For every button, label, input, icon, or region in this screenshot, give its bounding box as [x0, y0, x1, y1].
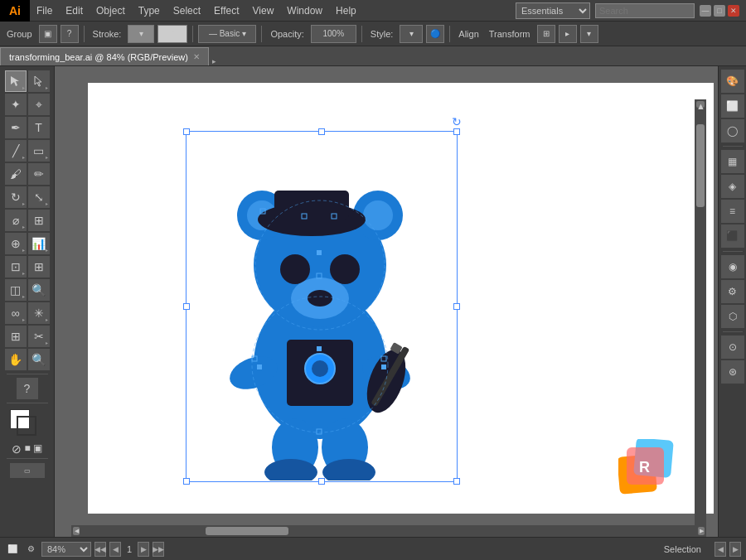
opacity-value-btn[interactable]: 100% [311, 25, 356, 43]
status-options-icon[interactable]: ⚙ [23, 542, 38, 557]
gradient-icon[interactable]: ▣ [33, 442, 42, 456]
menu-view[interactable]: View [246, 2, 281, 19]
slice-tool[interactable]: ✂▸ [28, 326, 50, 347]
rp-btn-appearance[interactable]: ⊙ [721, 336, 744, 359]
mesh-tool[interactable]: ⊞ [28, 256, 50, 278]
rp-btn-graphic-styles[interactable]: ⊛ [721, 360, 744, 384]
rp-btn-stroke[interactable]: ≡ [721, 200, 744, 223]
symbol-sprayer-tool[interactable]: ✳▸ [28, 302, 50, 324]
minimize-button[interactable]: — [700, 5, 711, 17]
tab-close-icon[interactable]: ✕ [193, 52, 200, 61]
status-nav-1[interactable]: ◀ [715, 542, 726, 557]
hscroll-right-btn[interactable]: ▶ [698, 527, 705, 535]
help-btn[interactable]: ? [17, 378, 38, 399]
change-screen-mode[interactable]: ▭ [10, 463, 45, 478]
menu-type[interactable]: Type [132, 2, 167, 19]
tool-row-7: ⌀▸ ⊞ [2, 210, 52, 231]
rotate-tool[interactable]: ↻▸ [5, 186, 27, 208]
menu-edit[interactable]: Edit [59, 2, 90, 19]
tool-row-12: ⊞ ✂▸ [2, 326, 52, 347]
nav-last-btn[interactable]: ▶▶ [153, 542, 164, 557]
svg-point-46 [308, 290, 332, 307]
artboard-icon[interactable]: ⬜ [5, 542, 20, 557]
tab-file[interactable]: transforming_bear.ai @ 84% (RGB/Preview)… [0, 47, 209, 65]
hscroll-thumb[interactable] [206, 527, 288, 535]
tab-expand-icon[interactable]: ▸ [212, 57, 216, 65]
group-opt-btn[interactable]: ? [61, 25, 79, 43]
rect-tool[interactable]: ▭▸ [28, 140, 50, 162]
zoom-select[interactable]: 84% [41, 542, 91, 557]
tab-bar: transforming_bear.ai @ 84% (RGB/Preview)… [0, 46, 746, 66]
rp-btn-align[interactable]: ▦ [721, 150, 744, 173]
perspective-tool[interactable]: ⊡▸ [5, 256, 27, 278]
lasso-tool[interactable]: ⌖ [28, 94, 50, 115]
selection-tool[interactable]: ▸ [5, 70, 27, 92]
nav-first-btn[interactable]: ◀◀ [94, 542, 106, 557]
stroke-color-btn[interactable]: ▾ [128, 25, 154, 43]
search-input[interactable] [595, 3, 695, 18]
rp-btn-color[interactable]: ◉ [721, 255, 744, 278]
menu-file[interactable]: File [30, 2, 59, 19]
paintbrush-tool[interactable]: 🖌 [5, 163, 27, 185]
menu-object[interactable]: Object [90, 2, 132, 19]
warp-tool[interactable]: ⌀▸ [5, 210, 27, 231]
hand-tool[interactable]: ✋ [5, 349, 27, 370]
style-swatch-btn[interactable]: ▾ [400, 25, 423, 43]
stroke-swatch[interactable]: ▾ [157, 25, 187, 43]
overlay-badge: R [618, 439, 685, 505]
pencil-tool[interactable]: ✏ [28, 163, 50, 185]
blend-tool[interactable]: ∞▸ [5, 302, 27, 324]
menu-help[interactable]: Help [329, 2, 363, 19]
menu-select[interactable]: Select [167, 2, 207, 19]
type-tool[interactable]: T [28, 117, 50, 138]
eyedropper-tool[interactable]: 🔍 [28, 279, 50, 301]
scale-tool[interactable]: ⤡▸ [28, 186, 50, 208]
magic-wand-tool[interactable]: ✦ [5, 94, 27, 115]
rp-btn-artboards[interactable]: ⬜ [721, 94, 744, 118]
stroke-box[interactable] [17, 416, 36, 436]
rp-btn-transform[interactable]: ◯ [721, 119, 744, 142]
arrange-btn[interactable]: ▾ [580, 25, 598, 43]
handle-tr[interactable] [453, 128, 460, 135]
vscroll-thumb[interactable] [696, 124, 705, 207]
graph-tool[interactable]: 📊▸ [28, 233, 50, 254]
transform-icon-btn[interactable]: ⊞ [537, 25, 555, 43]
status-nav-2[interactable]: ▶ [729, 542, 741, 557]
rp-btn-layers[interactable]: 🎨 [721, 70, 744, 93]
nav-prev-btn[interactable]: ◀ [109, 542, 121, 557]
nav-next-btn[interactable]: ▶ [138, 542, 149, 557]
line-tool[interactable]: ╱▸ [5, 140, 27, 162]
maximize-button[interactable]: □ [714, 5, 725, 17]
svg-rect-73 [257, 364, 262, 369]
essentials-select[interactable]: Essentials [516, 2, 590, 19]
close-button[interactable]: ✕ [728, 5, 739, 17]
rp-btn-pathfinder[interactable]: ◈ [721, 175, 744, 198]
handle-mr[interactable] [453, 303, 460, 310]
menu-window[interactable]: Window [280, 2, 329, 19]
gradient-tool[interactable]: ◫▸ [5, 279, 27, 301]
rp-btn-symbols[interactable]: ⬡ [721, 305, 744, 328]
style-icon-btn[interactable]: 🔵 [426, 25, 444, 43]
vertical-scrollbar[interactable]: ▲ ▼ [695, 99, 706, 537]
hscroll-left-btn[interactable]: ◀ [73, 527, 80, 535]
group-icon-btn[interactable]: ▣ [39, 25, 57, 43]
direct-selection-tool[interactable]: ▸ [28, 70, 50, 92]
rp-btn-gradient[interactable]: ⬛ [721, 224, 744, 248]
menu-items: File Edit Object Type Select Effect View… [30, 2, 363, 19]
menu-effect[interactable]: Effect [207, 2, 245, 19]
ta5: ▸ [22, 224, 25, 229]
none-icon[interactable]: ⊘ [12, 442, 22, 456]
color-icon[interactable]: ■ [24, 442, 30, 456]
vscroll-up-btn[interactable]: ▲ [696, 101, 705, 108]
shape-builder-tool[interactable]: ⊕▸ [5, 233, 27, 254]
more-btn[interactable]: ▸ [559, 25, 577, 43]
rotate-handle[interactable]: ↻ [452, 115, 462, 128]
horizontal-scrollbar[interactable]: ◀ ▶ [71, 525, 706, 537]
pen-tool[interactable]: ✒ [5, 117, 27, 138]
rp-btn-swatches[interactable]: ⚙ [721, 280, 744, 303]
handle-br[interactable] [453, 478, 460, 485]
free-transform-tool[interactable]: ⊞ [28, 210, 50, 231]
stroke-style-btn[interactable]: — Basic ▾ [198, 25, 256, 43]
zoom-tool[interactable]: 🔍 [28, 349, 50, 370]
artboard-tool[interactable]: ⊞ [5, 326, 27, 347]
